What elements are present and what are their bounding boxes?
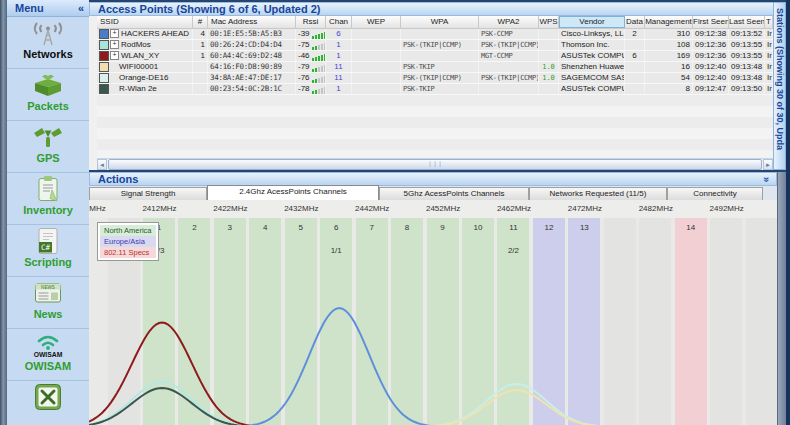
table-row[interactable]: WIFI0000164:16:F0:D8:90:89-7911PSK-TKIP1… (97, 62, 773, 73)
sidebar-item-packets[interactable]: Packets (7, 69, 89, 121)
column-header-chan[interactable]: Chan (326, 16, 352, 28)
access-points-header: Access Points (Showing 6 of 6, Updated 2… (89, 2, 774, 16)
type-cell: In (765, 40, 773, 50)
column-header-first[interactable]: First Seen (693, 16, 729, 28)
wep-cell (352, 73, 401, 83)
ssid-cell: R-Wlan 2e (97, 84, 193, 94)
tab-connectivity[interactable]: Connectivity (667, 187, 763, 200)
expand-row-icon[interactable]: + (110, 40, 119, 49)
column-header-mgmt[interactable]: Management (645, 16, 693, 28)
antenna-icon (7, 18, 89, 48)
channel-cell: 6 (326, 29, 352, 39)
curve-rodmos (89, 382, 267, 425)
table-row[interactable]: +RodMos100:26:24:CD:D4:D4-751PSK-(TKIP|C… (97, 40, 773, 51)
column-header-rssi[interactable]: Rssi (296, 16, 326, 28)
wep-cell (352, 84, 401, 94)
scroll-left-arrow-icon[interactable]: ◄ (97, 159, 107, 170)
data-frames-cell: 6 (625, 51, 645, 61)
window-right-border (786, 0, 790, 425)
data-frames-cell: 2 (625, 29, 645, 39)
mac-address-cell: 00:26:24:CD:D4:D4 (208, 40, 296, 50)
column-header-vendor[interactable]: Vendor (559, 16, 625, 28)
column-header-type[interactable]: T (765, 16, 773, 28)
scrollbar-thumb[interactable]: ❘❘❘ (108, 159, 762, 170)
wpa-cell: PSK-TKIP (401, 62, 479, 72)
table-row[interactable]: +HACKERS AHEAD400:1E:E5:5B:A5:B3-396PSK-… (97, 29, 773, 40)
wep-cell (352, 51, 401, 61)
channel-cell: 11 (326, 62, 352, 72)
tab-networks-requested-11-5-[interactable]: Networks Requested (11/5) (529, 187, 667, 200)
wpa2-cell (479, 62, 539, 72)
tab-signal-strength[interactable]: Signal Strength (89, 187, 207, 200)
expand-row-icon[interactable]: + (110, 29, 119, 38)
table-row[interactable]: R-Wlan 2e00:23:54:0C:2B:1C-781PSK-TKIPAS… (97, 84, 773, 95)
wifi-scanner-window: Menu « NetworksPacketsGPSInventoryC#Scri… (0, 0, 790, 425)
actions-collapse-icon[interactable]: » (761, 176, 774, 182)
vendor-cell: Thomson Inc. (559, 40, 625, 50)
column-header-wpa[interactable]: WPA (401, 16, 479, 28)
satellite-icon (7, 122, 89, 152)
management-frames-cell: 169 (645, 51, 693, 61)
first-seen-cell: 09:12:38 (693, 29, 729, 39)
wpa2-cell: PSK-CCMP (479, 29, 539, 39)
rssi-value: -78 (298, 84, 310, 93)
actions-panel: Actions » Signal Strength2.4Ghz AcessPoi… (89, 172, 777, 425)
scroll-right-arrow-icon[interactable]: ► (763, 159, 773, 170)
first-seen-cell: 09:12:47 (693, 84, 729, 94)
rssi-cell: -76 (296, 73, 326, 83)
column-header-count[interactable]: # (193, 16, 208, 28)
first-seen-cell: 09:12:40 (693, 73, 729, 83)
column-header-wep[interactable]: WEP (352, 16, 401, 28)
table-horizontal-scrollbar[interactable]: ◄ ❘❘❘ ► (97, 158, 773, 170)
frequency-tick-label: 2432MHz (284, 204, 318, 213)
sidebar-item-label: OWISAM (7, 360, 89, 373)
newspaper-icon: NEWS (7, 278, 89, 308)
frequency-tick-label: 2452MHz (426, 204, 460, 213)
tab-2-4ghz-acesspoints-channels[interactable]: 2.4Ghz AcessPoints Channels (207, 185, 379, 200)
sidebar-item-gps[interactable]: GPS (7, 121, 89, 173)
column-header-wps[interactable]: WPS (539, 16, 559, 28)
signal-bars-icon (312, 29, 326, 39)
type-cell: In (765, 51, 773, 61)
sidebar-item-networks[interactable]: Networks (7, 17, 89, 69)
network-color-swatch (99, 62, 109, 72)
sidebar-item-owisam[interactable]: OWISAMOWISAM (7, 329, 89, 381)
ssid-cell: Orange-DE16 (97, 73, 193, 83)
last-seen-cell: 09:13:52 (729, 29, 765, 39)
wpa-cell: PSK-(TKIP|CCMP) (401, 40, 479, 50)
rssi-value: -76 (298, 73, 310, 82)
type-cell: In (765, 73, 773, 83)
wep-cell (352, 29, 401, 39)
sidebar-item-tools[interactable] (7, 381, 89, 425)
stations-collapsed-panel[interactable]: Stations (Showing 30 of 30, Upda (773, 2, 786, 170)
management-frames-cell: 16 (645, 62, 693, 72)
vendor-cell: SAGEMCOM SAS (559, 73, 625, 83)
signal-bars-icon (312, 40, 326, 50)
last-seen-cell: 09:13:55 (729, 40, 765, 50)
column-header-wpa2[interactable]: WPA2 (479, 16, 539, 28)
table-body: +HACKERS AHEAD400:1E:E5:5B:A5:B3-396PSK-… (97, 29, 773, 95)
ssid-cell: WIFI00001 (97, 62, 193, 72)
table-row[interactable]: +WLAN_XY160:A4:4C:69:D2:48-461MGT-CCMPAS… (97, 51, 773, 62)
expand-row-icon[interactable]: + (110, 51, 119, 60)
management-frames-cell: 310 (645, 29, 693, 39)
column-header-last[interactable]: Last Seen (729, 16, 765, 28)
sidebar-item-news[interactable]: NEWSNews (7, 277, 89, 329)
curve-wlan-xy (89, 323, 267, 425)
sidebar-collapse-button[interactable]: « (78, 2, 84, 14)
sidebar-item-scripting[interactable]: C#Scripting (7, 225, 89, 277)
management-frames-cell: 8 (645, 84, 693, 94)
table-row[interactable]: Orange-DE1634:8A:AE:47:DE:17-7611PSK-(TK… (97, 73, 773, 84)
tab-5ghz-acesspoints-channels[interactable]: 5Ghz AcessPoints Channels (379, 187, 529, 200)
channel-usage-chart: 2402MHz2412MHz2422MHz2432MHz2442MHz2452M… (89, 200, 777, 425)
first-seen-cell: 09:12:40 (693, 62, 729, 72)
sidebar-item-inventory[interactable]: Inventory (7, 173, 89, 225)
legend-entry: North America (100, 225, 156, 236)
wpa-cell (401, 29, 479, 39)
actions-vertical-scrollbar[interactable] (777, 172, 786, 425)
column-header-mac[interactable]: Mac Address (208, 16, 296, 28)
channel-cell: 1 (326, 40, 352, 50)
column-header-ssid[interactable]: SSID (97, 16, 193, 28)
column-header-data[interactable]: Data (625, 16, 645, 28)
wps-cell (539, 40, 559, 50)
